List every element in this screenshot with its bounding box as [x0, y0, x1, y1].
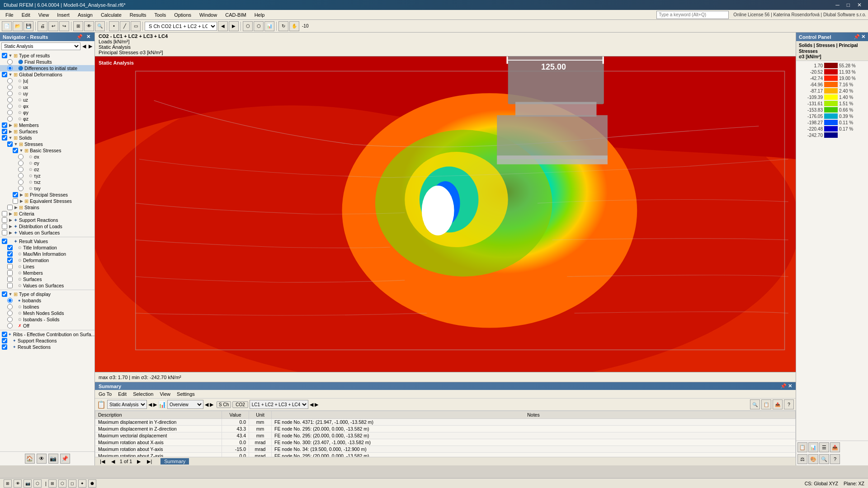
- save-btn[interactable]: 💾: [24, 21, 33, 31]
- tree-stresses[interactable]: ▼ ⊞ Stresses: [0, 141, 94, 147]
- wireframe-btn[interactable]: ⬡: [254, 21, 264, 31]
- legend-table-btn[interactable]: 📋: [797, 442, 807, 452]
- page-prev-btn[interactable]: ◀: [110, 459, 116, 465]
- tree-lines[interactable]: ⊙ Lines: [0, 263, 94, 270]
- summary-combo-select[interactable]: LC1 + LC2 + LC3 + LC4: [250, 400, 308, 409]
- summary-combo-next[interactable]: ▶: [315, 402, 318, 408]
- menu-assign[interactable]: Assign: [74, 11, 96, 19]
- summary-menu-goto[interactable]: Go To: [97, 391, 113, 397]
- legend-chart-btn[interactable]: 📊: [808, 442, 818, 452]
- tree-sigma-x[interactable]: ⊙ σx: [0, 154, 94, 160]
- nav-pin-footer-btn[interactable]: 📌: [60, 454, 70, 464]
- status-btn7[interactable]: ◻: [68, 479, 76, 488]
- tree-maxmin-info[interactable]: ⊙ Max/Min Information: [0, 251, 94, 257]
- tree-uy[interactable]: ⊙ uy: [0, 90, 94, 97]
- status-btn2[interactable]: 👁: [14, 479, 22, 488]
- menu-tools[interactable]: Tools: [151, 11, 170, 19]
- rotate-btn[interactable]: ↻: [278, 21, 288, 31]
- menu-window[interactable]: Window: [196, 11, 221, 19]
- tree-type-of-results[interactable]: ▼ ⊞ Type of results: [0, 52, 94, 59]
- status-btn4[interactable]: ⬡: [33, 479, 42, 488]
- sum-filter-btn[interactable]: 🔍: [750, 399, 760, 409]
- tree-strains[interactable]: ▶ ⊞ Strains: [0, 204, 94, 211]
- menu-calculate[interactable]: Calculate: [97, 11, 125, 19]
- tree-off[interactable]: ✗ Off: [0, 323, 94, 329]
- tree-dist-loads[interactable]: ▶ ✦ Distribution of Loads: [0, 223, 94, 230]
- nav-pin-btn[interactable]: 📌: [75, 34, 84, 40]
- tree-ribs[interactable]: ✦ Ribs - Effective Contribution on Surfa…: [0, 331, 94, 338]
- tree-phiz[interactable]: ⊙ φz: [0, 116, 94, 122]
- redo-btn[interactable]: ↪: [59, 21, 69, 31]
- zoom-btn[interactable]: 🔍: [95, 21, 105, 31]
- right-pin-btn[interactable]: 📌: [854, 34, 860, 40]
- tree-tau-xy[interactable]: ⊙ τxy: [0, 185, 94, 192]
- tree-surfaces[interactable]: ▶ ⊞ Surfaces: [0, 128, 94, 135]
- tree-result-values[interactable]: ✦ Result Values: [0, 238, 94, 244]
- tree-ux[interactable]: ⊙ ux: [0, 84, 94, 90]
- summary-close-btn[interactable]: ✕: [788, 383, 792, 389]
- summary-menu-settings[interactable]: Settings: [175, 391, 197, 397]
- tree-isolines[interactable]: ⊙ Isolines: [0, 304, 94, 310]
- tree-u-total[interactable]: ⊙ |u|: [0, 78, 94, 84]
- tree-basic-stresses[interactable]: ▼ ⊞ Basic Stresses: [0, 147, 94, 154]
- tree-members[interactable]: ▶ ⊞ Members: [0, 122, 94, 128]
- summary-combo-prev[interactable]: ◀: [310, 402, 313, 408]
- tree-result-sections[interactable]: ✦ Result Sections: [0, 344, 94, 350]
- tree-support-reactions2[interactable]: ✦ Support Reactions: [0, 338, 94, 344]
- status-btn3[interactable]: 📷: [24, 479, 32, 488]
- view-btn[interactable]: 👁: [84, 21, 94, 31]
- tree-deformation[interactable]: ⊙ Deformation: [0, 257, 94, 263]
- render-btn[interactable]: ⬡: [243, 21, 253, 31]
- undo-btn[interactable]: ↩: [48, 21, 58, 31]
- page-first-btn[interactable]: |◀: [99, 459, 106, 465]
- menu-file[interactable]: File: [2, 11, 17, 19]
- status-btn9[interactable]: ⬟: [88, 479, 96, 488]
- search-input[interactable]: [656, 11, 729, 19]
- menu-help[interactable]: Help: [251, 11, 269, 19]
- nav-prev-btn[interactable]: ◀: [81, 43, 87, 49]
- tree-sigma-z[interactable]: ⊙ σz: [0, 166, 94, 173]
- tree-phix[interactable]: ⊙ φx: [0, 103, 94, 109]
- tree-title-info[interactable]: ⊙ Title Information: [0, 244, 94, 251]
- tree-mesh-nodes[interactable]: ⊙ Mesh Nodes Solids: [0, 310, 94, 316]
- tree-tau-yz[interactable]: ⊙ τyz: [0, 173, 94, 179]
- tree-values-on-surf[interactable]: ⊙ Values on Surfaces: [0, 282, 94, 289]
- nav-home-btn[interactable]: 🏠: [25, 454, 35, 464]
- nav-next-btn[interactable]: ▶: [88, 43, 93, 49]
- minimize-btn[interactable]: ─: [833, 2, 842, 8]
- line-btn[interactable]: ╱: [120, 21, 130, 31]
- select-btn[interactable]: ⊞: [73, 21, 83, 31]
- summary-prev-btn[interactable]: ◀: [148, 402, 152, 408]
- summary-menu-view[interactable]: View: [158, 391, 172, 397]
- open-btn[interactable]: 📂: [13, 21, 23, 31]
- new-btn[interactable]: 📄: [2, 21, 12, 31]
- tree-final-results[interactable]: 🔵 Final Results: [0, 59, 94, 65]
- tree-members2[interactable]: ⊙ Members: [0, 270, 94, 276]
- print-btn[interactable]: 🖨: [38, 21, 47, 31]
- summary-view-prev-btn[interactable]: ◀: [205, 402, 208, 408]
- nav-eye-btn[interactable]: 👁: [37, 454, 47, 464]
- close-btn[interactable]: ✕: [854, 2, 864, 8]
- tree-differences-initial[interactable]: 🔵 Differences to initial state: [0, 65, 94, 71]
- summary-menu-edit[interactable]: Edit: [116, 391, 128, 397]
- tree-criteria[interactable]: ▶ ⊞ Criteria: [0, 211, 94, 217]
- analysis-type-select[interactable]: Static Analysis: [1, 42, 80, 50]
- tree-values-surfaces[interactable]: ▶ ✦ Values on Surfaces: [0, 230, 94, 236]
- summary-pin-btn[interactable]: 📌: [780, 383, 787, 389]
- tree-equiv-stresses[interactable]: ▶ ⊞ Equivalent Stresses: [0, 198, 94, 204]
- nav-camera-btn[interactable]: 📷: [48, 454, 58, 464]
- legend-scale-btn[interactable]: ⚖: [797, 454, 807, 464]
- status-btn5[interactable]: ⊞: [48, 479, 57, 488]
- sum-export-btn[interactable]: 📤: [773, 399, 783, 409]
- menu-insert[interactable]: Insert: [53, 11, 73, 19]
- page-last-btn[interactable]: ▶|: [146, 459, 153, 465]
- result-btn[interactable]: 📊: [264, 21, 274, 31]
- tree-isobands[interactable]: ● Isobands: [0, 297, 94, 304]
- status-btn8[interactable]: ✦: [78, 479, 86, 488]
- status-btn1[interactable]: ⊞: [4, 479, 12, 488]
- tree-uz[interactable]: ⊙ uz: [0, 97, 94, 103]
- tree-type-display[interactable]: ▼ ⊞ Type of display: [0, 291, 94, 297]
- legend-list-btn[interactable]: ☰: [819, 442, 829, 452]
- menu-view[interactable]: View: [35, 11, 53, 19]
- legend-export-btn[interactable]: 📤: [830, 442, 840, 452]
